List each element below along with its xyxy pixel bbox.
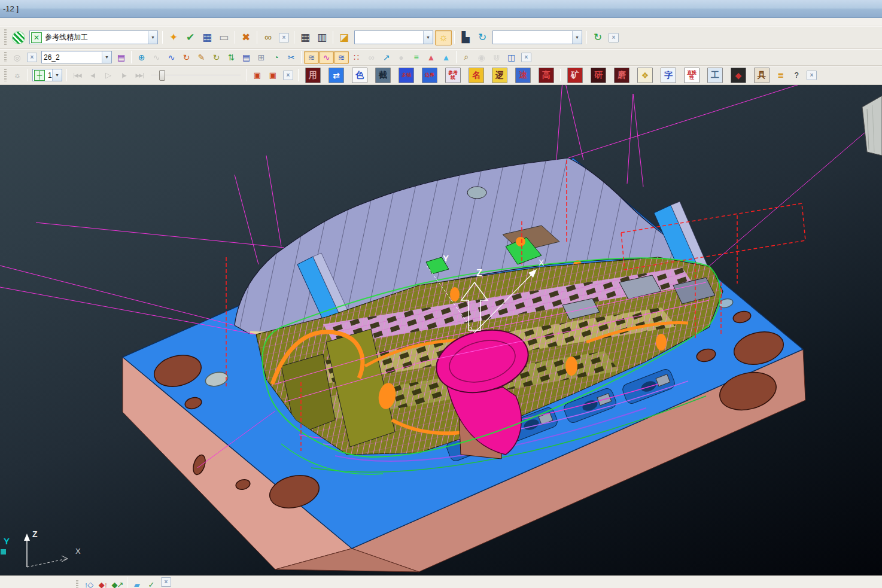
grid-table-1-icon[interactable]: ▦ (297, 30, 314, 45)
pan-view-icon[interactable]: ⊕ (134, 51, 149, 64)
confirm-icon[interactable]: ✓ (144, 577, 159, 588)
tool-check-icon[interactable]: ✔ (182, 30, 199, 45)
workplane-combo[interactable]: 26_2▼ (41, 51, 112, 63)
edit-path-icon[interactable]: ✎ (194, 51, 209, 64)
macro-logic[interactable]: 逻 (492, 68, 507, 83)
macro-grind-1[interactable]: 研 (591, 68, 606, 83)
machine-tool-icon[interactable]: ▙ (457, 30, 474, 45)
show-toolpath-fan-icon[interactable]: ≋ (334, 51, 349, 64)
macro-direct-output[interactable]: 直接性 (684, 68, 699, 83)
macro-template[interactable]: 用 (305, 68, 321, 83)
toolbar3-close-button[interactable]: × (807, 71, 817, 80)
axis-measure-icon[interactable]: ↗ (379, 51, 394, 64)
rotate-view-icon[interactable]: ↻ (179, 51, 194, 64)
empty-combo-1-arrow-icon[interactable]: ▼ (423, 31, 433, 44)
toolpath-number-combo-arrow-icon[interactable]: ▼ (52, 69, 62, 81)
viewport-3d[interactable]: Z Y X Z Y X (0, 85, 882, 575)
search-toolpath-icon[interactable]: ⌕ (459, 51, 474, 64)
transform-arrows-icon[interactable]: ✖ (238, 30, 254, 45)
empty-combo-2-arrow-icon[interactable]: ▼ (572, 31, 582, 44)
layers-icon[interactable]: ▤ (114, 51, 129, 64)
arrow-diamond-green-icon[interactable]: ◆↗ (110, 577, 124, 588)
slider-thumb[interactable] (159, 70, 165, 81)
clock-icon[interactable]: ◔ (269, 51, 284, 64)
macro-clip[interactable]: 截 (375, 68, 391, 83)
macro-name[interactable]: 名 (469, 68, 484, 83)
record-close-button[interactable]: × (27, 53, 37, 62)
macro-refline[interactable]: 参考线 (445, 68, 461, 83)
statistics-icon[interactable]: ◫ (504, 51, 519, 64)
chain-icon[interactable]: ∞ (364, 51, 379, 64)
strategy-combo-arrow-icon[interactable]: ▼ (148, 31, 157, 44)
sim-skip-end-icon[interactable]: ▶▶| (132, 68, 147, 83)
grip (4, 29, 7, 45)
bottom-close-button[interactable]: × (161, 577, 171, 587)
macro-multiaxis[interactable]: 多轴 (399, 68, 414, 83)
machine-axes-icon[interactable]: ↻ (474, 30, 491, 45)
macro-color[interactable]: 色 (352, 68, 367, 83)
green-stripes-icon[interactable]: ≡ (409, 51, 424, 64)
macro-frame[interactable]: 具 (754, 68, 770, 83)
measure-ruler-icon[interactable]: ▭ (215, 30, 232, 45)
lightbulb-icon[interactable]: ☼ (435, 30, 452, 45)
toolbar-main: ✕参考线精加工▼✦✔▦▭✖∞×▦▥◪▼☼▙↻▼↻× (0, 26, 882, 49)
show-toolpath-lines-icon[interactable]: ≋ (304, 51, 319, 64)
macro-cubes[interactable]: ❖ (637, 68, 653, 83)
macro-height[interactable]: 高 (539, 68, 554, 83)
record-icon[interactable]: ◎ (10, 51, 25, 64)
title-bar[interactable]: -12 ] (0, 0, 882, 18)
empty-combo-2[interactable]: ▼ (492, 31, 582, 44)
macro-boundary[interactable]: 边界 (422, 68, 437, 83)
sim-speed-slider[interactable] (151, 69, 241, 81)
cone-red-icon[interactable]: ▲ (424, 51, 439, 64)
toolbar2-close-button[interactable]: × (521, 53, 531, 62)
macro-mine[interactable]: 矿 (567, 68, 583, 83)
copy-icon[interactable]: ⊞ (254, 51, 269, 64)
cut-icon[interactable]: ✂ (284, 51, 299, 64)
strategy-combo[interactable]: ✕参考线精加工▼ (29, 31, 158, 44)
toolbar1-close-button[interactable]: × (609, 33, 619, 42)
sim-skip-start-icon[interactable]: |◀◀ (69, 68, 85, 83)
books-icon[interactable]: ≣ (773, 68, 789, 83)
toolpath-number-combo[interactable]: ┼1▼ (32, 69, 62, 81)
macro-swap[interactable]: ⇄ (329, 68, 344, 83)
binoculars-close-button[interactable]: × (279, 33, 289, 42)
calculator-icon[interactable]: ▦ (199, 30, 215, 45)
table-icon[interactable]: ▤ (239, 51, 254, 64)
curve-blue-icon[interactable]: ∿ (164, 51, 179, 64)
sim-close-button[interactable]: × (283, 71, 293, 80)
grid-table-2-icon[interactable]: ▥ (314, 30, 330, 45)
eraser-icon[interactable]: ▰ (130, 577, 144, 588)
sim-monitor-1-icon[interactable]: ▣ (250, 68, 265, 83)
open-folder-icon[interactable]: ◪ (336, 30, 352, 45)
sim-step-forward-icon[interactable]: |▶ (116, 68, 132, 83)
refresh-list-icon[interactable]: ⇅ (224, 51, 239, 64)
sim-step-back-icon[interactable]: ◀| (85, 68, 101, 83)
macro-grind-2[interactable]: 磨 (614, 68, 629, 83)
verify-icon[interactable]: ◉ (474, 51, 489, 64)
cone-blue-icon[interactable]: ▲ (439, 51, 454, 64)
binoculars-icon[interactable]: ∞ (260, 30, 276, 45)
sep (294, 31, 294, 44)
sphere-icon[interactable]: ● (394, 51, 409, 64)
collision-icon[interactable]: ⋓ (489, 51, 504, 64)
macro-font[interactable]: 字 (661, 68, 676, 83)
arrow-diamond-red-icon[interactable]: ◆↑ (96, 577, 110, 588)
rotate-tool-icon[interactable]: ↻ (589, 30, 606, 45)
macro-photo[interactable]: ◆ (731, 68, 746, 83)
points-icon[interactable]: ∷ (349, 51, 364, 64)
toolpath-create-icon[interactable]: ✦ (165, 30, 182, 45)
simulate-light-icon[interactable]: ☼ (10, 68, 25, 83)
macro-clamp[interactable]: 工 (707, 68, 723, 83)
help-icon[interactable]: ? (789, 68, 804, 83)
curve-gray-icon[interactable]: ∿ (149, 51, 164, 64)
workplane-combo-arrow-icon[interactable]: ▼ (102, 51, 111, 63)
arrow-diamond-blue-icon[interactable]: ↑◇ (81, 577, 96, 588)
sim-monitor-2-icon[interactable]: ▣ (265, 68, 281, 83)
sim-play-icon[interactable]: ▷ (101, 68, 116, 83)
show-toolpath-curve-icon[interactable]: ∿ (319, 51, 334, 64)
transform-path-icon[interactable]: ↻ (209, 51, 224, 64)
empty-combo-1[interactable]: ▼ (354, 31, 433, 44)
powermill-logo (12, 31, 25, 44)
macro-speed[interactable]: 速 (515, 68, 531, 83)
